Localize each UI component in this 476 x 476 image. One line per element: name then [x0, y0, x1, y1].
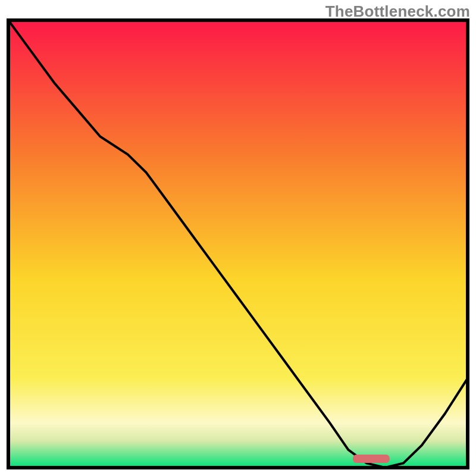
watermark-text: TheBottleneck.com — [325, 2, 470, 21]
chart-svg — [0, 0, 476, 476]
optimal-zone-marker — [353, 455, 390, 463]
bottleneck-chart: TheBottleneck.com — [0, 0, 476, 476]
gradient-background — [8, 20, 468, 468]
